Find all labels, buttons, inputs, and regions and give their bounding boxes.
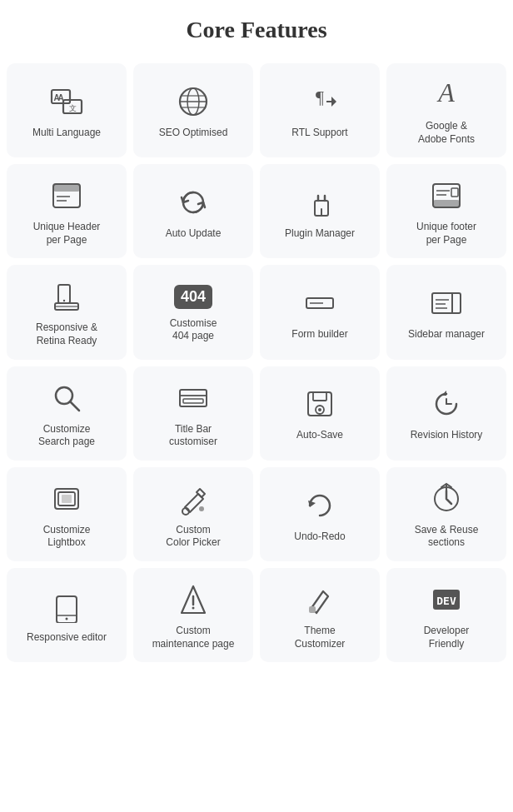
auto-save-icon [303, 387, 336, 421]
title-bar-icon [177, 381, 210, 415]
title-bar-label: Title Barcustomiser [169, 423, 217, 449]
card-undo-redo: Undo-Redo [260, 467, 380, 561]
rtl-icon: ¶ [303, 85, 336, 118]
plugin-label: Plugin Manager [285, 227, 355, 241]
page-title: Core Features [0, 0, 513, 57]
404-label: Customise404 page [170, 317, 217, 343]
revision-history-icon [430, 387, 463, 421]
card-form-builder: Form builder [260, 265, 380, 359]
svg-rect-53 [62, 495, 72, 503]
maintenance-label: Custommaintenance page [152, 625, 235, 650]
card-unique-header: Unique Headerper Page [7, 164, 127, 258]
fonts-icon: A [430, 78, 463, 112]
card-fonts: A Google &Adobe Fonts [386, 63, 506, 157]
undo-redo-label: Undo-Redo [294, 531, 345, 544]
card-404: 404 Customise404 page [133, 265, 253, 359]
card-unique-footer: Unique footerper Page [386, 164, 506, 258]
form-builder-icon [303, 286, 336, 320]
developer-label: DeveloperFriendly [424, 625, 470, 650]
fonts-label: Google &Adobe Fonts [418, 120, 475, 146]
card-plugin: Plugin Manager [260, 164, 380, 258]
card-responsive-editor: Responsive editor [7, 568, 127, 662]
svg-text:A: A [436, 78, 455, 107]
card-revision-history: Revision History [386, 366, 506, 461]
responsive-retina-label: Responsive &Retina Ready [36, 321, 97, 347]
svg-text:¶: ¶ [316, 87, 324, 107]
customize-lightbox-icon [50, 482, 83, 516]
card-maintenance: Custommaintenance page [133, 568, 253, 662]
svg-point-64 [192, 606, 195, 609]
card-customize-search: CustomizeSearch page [7, 366, 127, 461]
color-picker-icon [177, 482, 210, 516]
card-seo: SEO Optimised [133, 63, 253, 157]
rtl-label: RTL Support [291, 127, 347, 140]
save-reuse-icon [430, 482, 463, 516]
seo-label: SEO Optimised [159, 127, 228, 140]
svg-rect-44 [308, 392, 331, 416]
svg-point-47 [318, 408, 321, 411]
svg-rect-27 [451, 188, 458, 197]
multi-language-label: Multi Language [32, 127, 101, 140]
customize-search-label: CustomizeSearch page [38, 423, 95, 449]
svg-rect-34 [432, 293, 461, 313]
svg-rect-41 [180, 390, 207, 406]
svg-point-55 [199, 506, 204, 511]
color-picker-label: CustomColor Picker [166, 524, 220, 550]
svg-point-60 [66, 617, 68, 620]
responsive-editor-label: Responsive editor [27, 631, 107, 645]
sidebar-manager-icon [430, 286, 463, 320]
svg-text:DEV: DEV [436, 595, 456, 607]
card-save-reuse: Save & Reusesections [386, 467, 506, 561]
auto-save-label: Auto-Save [296, 429, 343, 442]
card-color-picker: CustomColor Picker [133, 467, 253, 561]
svg-point-29 [63, 300, 65, 301]
multi-language-icon: A A 文 [50, 85, 83, 118]
svg-line-40 [70, 401, 79, 411]
unique-header-label: Unique Headerper Page [33, 221, 101, 247]
form-builder-label: Form builder [291, 328, 347, 341]
svg-rect-15 [53, 184, 80, 192]
badge-404: 404 [174, 285, 212, 309]
sidebar-manager-label: Sidebar manager [408, 328, 485, 341]
card-theme-customizer: ThemeCustomizer [260, 568, 380, 662]
auto-update-icon [177, 186, 210, 219]
theme-customizer-icon [303, 583, 336, 616]
card-developer: DEV DeveloperFriendly [386, 568, 506, 662]
card-responsive-retina: Responsive &Retina Ready [7, 265, 127, 359]
card-sidebar-manager: Sidebar manager [386, 265, 506, 359]
unique-footer-label: Unique footerper Page [416, 221, 476, 247]
unique-header-icon [50, 179, 83, 212]
svg-marker-48 [441, 391, 446, 396]
card-rtl: ¶ RTL Support [260, 63, 380, 157]
svg-text:A: A [53, 93, 59, 102]
card-auto-update: Auto Update [133, 164, 253, 258]
customize-search-icon [50, 381, 83, 415]
svg-rect-43 [183, 399, 203, 403]
card-multi-language: A A 文 Multi Language [7, 63, 127, 157]
undo-redo-icon [303, 489, 336, 522]
seo-icon [177, 85, 210, 118]
developer-icon: DEV [430, 583, 463, 616]
card-customize-lightbox: CustomizeLightbox [7, 467, 127, 561]
svg-rect-45 [313, 392, 326, 401]
theme-customizer-label: ThemeCustomizer [295, 625, 346, 650]
responsive-retina-icon [50, 280, 83, 313]
maintenance-icon [177, 583, 210, 616]
save-reuse-label: Save & Reusesections [415, 524, 479, 550]
responsive-editor-icon [50, 590, 83, 623]
svg-rect-24 [433, 200, 460, 207]
svg-text:文: 文 [69, 104, 77, 112]
customize-lightbox-label: CustomizeLightbox [43, 524, 91, 550]
auto-update-label: Auto Update [166, 227, 222, 241]
unique-footer-icon [430, 179, 463, 212]
card-auto-save: Auto-Save [260, 366, 380, 461]
card-title-bar: Title Barcustomiser [133, 366, 253, 461]
plugin-icon [303, 186, 336, 219]
features-grid: A A 文 Multi Language SEO Optimised ¶ [0, 57, 513, 669]
revision-history-label: Revision History [411, 429, 483, 442]
svg-rect-65 [309, 606, 316, 613]
